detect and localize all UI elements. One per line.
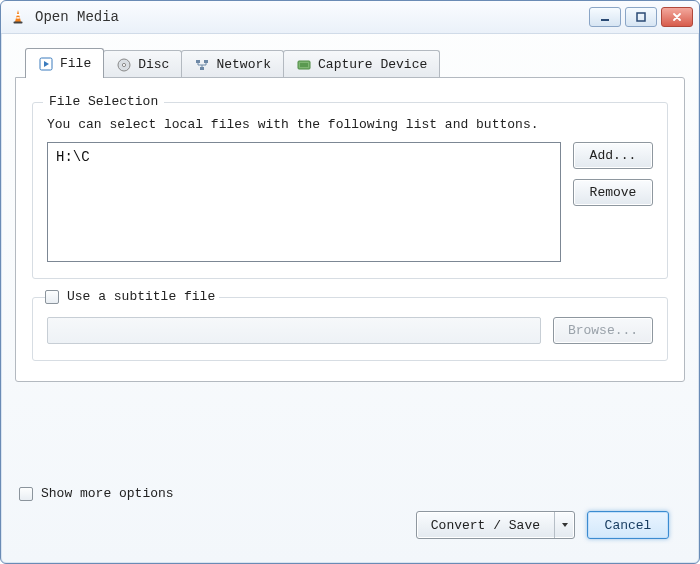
tab-capture-device[interactable]: Capture Device	[283, 50, 440, 78]
tab-label: Capture Device	[318, 57, 427, 72]
disc-icon	[116, 57, 132, 73]
capture-device-icon	[296, 57, 312, 73]
file-list[interactable]: H:\C	[47, 142, 561, 262]
svg-point-7	[123, 63, 126, 66]
tab-bar: File Disc Network Capture Device	[25, 48, 685, 78]
svg-rect-9	[204, 60, 208, 63]
svg-rect-8	[196, 60, 200, 63]
close-button[interactable]	[661, 7, 693, 27]
tab-file[interactable]: File	[25, 48, 104, 78]
minimize-button[interactable]	[589, 7, 621, 27]
tab-panel-file: File Selection You can select local file…	[15, 77, 685, 382]
svg-rect-10	[200, 67, 204, 70]
use-subtitle-checkbox[interactable]	[45, 290, 59, 304]
file-list-item[interactable]: H:\C	[56, 149, 552, 165]
titlebar: Open Media	[1, 1, 699, 34]
convert-save-label[interactable]: Convert / Save	[417, 512, 554, 538]
vlc-cone-icon	[9, 8, 27, 26]
footer-options: Show more options	[15, 480, 685, 501]
file-selection-group: File Selection You can select local file…	[32, 102, 668, 279]
use-subtitle-label: Use a subtitle file	[67, 289, 215, 304]
svg-rect-12	[300, 63, 308, 67]
window-controls	[589, 7, 693, 27]
chevron-down-icon	[561, 521, 569, 529]
add-button[interactable]: Add...	[573, 142, 653, 169]
tab-label: File	[60, 56, 91, 71]
svg-rect-4	[637, 13, 645, 21]
tab-network[interactable]: Network	[181, 50, 284, 78]
maximize-button[interactable]	[625, 7, 657, 27]
svg-rect-1	[16, 17, 19, 18]
browse-subtitle-button[interactable]: Browse...	[553, 317, 653, 344]
cancel-button[interactable]: Cancel	[587, 511, 669, 539]
dialog-button-bar: Convert / Save Cancel	[15, 501, 685, 553]
file-selection-legend: File Selection	[43, 94, 164, 109]
svg-rect-3	[601, 19, 609, 21]
file-play-icon	[38, 56, 54, 72]
convert-save-button[interactable]: Convert / Save	[416, 511, 575, 539]
convert-save-dropdown[interactable]	[554, 512, 574, 538]
tab-label: Disc	[138, 57, 169, 72]
show-more-options-label: Show more options	[41, 486, 174, 501]
content-area: File Disc Network Capture Device	[1, 34, 699, 563]
window-title: Open Media	[35, 9, 589, 25]
file-selection-hint: You can select local files with the foll…	[47, 117, 653, 132]
svg-rect-2	[14, 22, 23, 24]
remove-button[interactable]: Remove	[573, 179, 653, 206]
network-icon	[194, 57, 210, 73]
subtitle-group: Use a subtitle file Browse...	[32, 297, 668, 361]
subtitle-path-input[interactable]	[47, 317, 541, 344]
open-media-window: Open Media File	[0, 0, 700, 564]
svg-rect-0	[16, 14, 21, 16]
show-more-options-checkbox[interactable]	[19, 487, 33, 501]
tab-disc[interactable]: Disc	[103, 50, 182, 78]
tab-label: Network	[216, 57, 271, 72]
